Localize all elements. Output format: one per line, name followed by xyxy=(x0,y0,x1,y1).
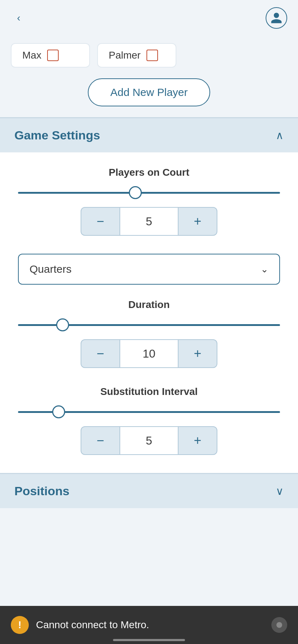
players-section: Max Palmer Add New Player xyxy=(0,36,298,117)
game-settings-content: Players on Court − 5 + Quarters ⌄ xyxy=(0,152,298,473)
substitution-interval-increment[interactable]: + xyxy=(178,426,217,455)
substitution-interval-label: Substitution Interval xyxy=(18,386,280,397)
players-on-court-increment[interactable]: + xyxy=(178,207,217,236)
substitution-interval-group: Substitution Interval − 5 + xyxy=(18,386,280,455)
toast-close-button[interactable] xyxy=(271,617,287,633)
toast-message: Cannot connect to Metro. xyxy=(36,619,149,631)
positions-title: Positions xyxy=(14,484,69,498)
duration-group: Duration − 10 + xyxy=(18,299,280,368)
header: ‹ xyxy=(0,0,298,36)
main-content: Max Palmer Add New Player Game Settings … xyxy=(0,0,298,551)
duration-increment[interactable]: + xyxy=(178,339,217,368)
duration-slider-container xyxy=(18,318,280,332)
players-on-court-label: Players on Court xyxy=(18,167,280,178)
game-settings-collapse-icon: ∧ xyxy=(276,129,284,142)
players-on-court-stepper: − 5 + xyxy=(18,207,280,236)
players-on-court-group: Players on Court − 5 + xyxy=(18,167,280,236)
duration-decrement[interactable]: − xyxy=(81,339,120,368)
period-type-value: Quarters xyxy=(30,263,72,275)
game-settings-title: Game Settings xyxy=(14,128,100,142)
game-settings-header[interactable]: Game Settings ∧ xyxy=(0,118,298,152)
toast-warning-icon: ! xyxy=(11,616,29,634)
back-button[interactable]: ‹ xyxy=(11,10,27,26)
period-type-group: Quarters ⌄ xyxy=(18,254,280,285)
period-type-dropdown[interactable]: Quarters ⌄ xyxy=(18,254,280,285)
substitution-interval-decrement[interactable]: − xyxy=(81,426,120,455)
positions-header[interactable]: Positions ∨ xyxy=(0,474,298,508)
toast-left: ! Cannot connect to Metro. xyxy=(11,616,149,634)
player-card-max[interactable]: Max xyxy=(11,43,90,68)
substitution-interval-slider[interactable] xyxy=(18,411,280,413)
add-player-button[interactable]: Add New Player xyxy=(88,78,210,106)
toast-close-icon xyxy=(276,622,282,628)
positions-section: Positions ∨ xyxy=(0,473,298,508)
duration-slider[interactable] xyxy=(18,324,280,326)
profile-icon xyxy=(270,12,283,24)
dropdown-arrow-icon: ⌄ xyxy=(261,264,268,275)
players-on-court-value: 5 xyxy=(120,207,178,236)
substitution-interval-value: 5 xyxy=(120,426,178,455)
duration-label: Duration xyxy=(18,299,280,310)
game-settings-section: Game Settings ∧ Players on Court − 5 + Q… xyxy=(0,117,298,473)
player-checkbox-max[interactable] xyxy=(47,50,59,61)
player-cards-row: Max Palmer xyxy=(11,43,287,68)
back-icon: ‹ xyxy=(17,12,20,24)
substitution-interval-stepper: − 5 + xyxy=(18,426,280,455)
player-name-max: Max xyxy=(22,50,41,61)
home-indicator xyxy=(113,639,185,641)
duration-stepper: − 10 + xyxy=(18,339,280,368)
player-checkbox-palmer[interactable] xyxy=(146,50,158,61)
positions-expand-icon: ∨ xyxy=(276,485,284,497)
toast-notification: ! Cannot connect to Metro. xyxy=(0,606,298,644)
players-on-court-slider-container xyxy=(18,185,280,200)
player-name-palmer: Palmer xyxy=(109,50,141,61)
players-on-court-slider[interactable] xyxy=(18,192,280,194)
profile-button[interactable] xyxy=(266,7,287,29)
players-on-court-decrement[interactable]: − xyxy=(81,207,120,236)
duration-value: 10 xyxy=(120,339,178,368)
substitution-interval-slider-container xyxy=(18,405,280,419)
player-card-palmer[interactable]: Palmer xyxy=(97,43,176,68)
